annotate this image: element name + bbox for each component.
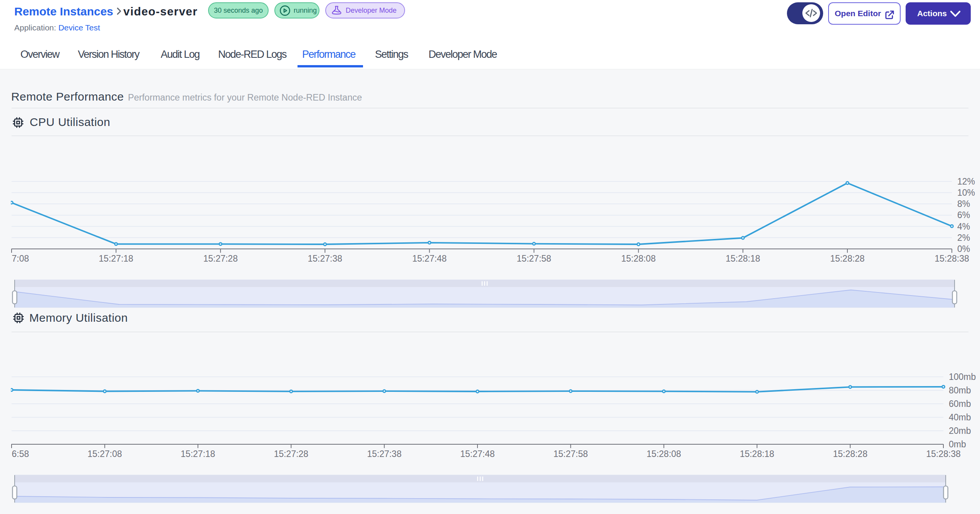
svg-text:6%: 6% [957, 210, 970, 220]
svg-text:15:27:48: 15:27:48 [460, 449, 495, 459]
svg-text:0%: 0% [957, 244, 970, 254]
svg-text:4%: 4% [957, 222, 970, 232]
svg-text:15:28:38: 15:28:38 [926, 449, 961, 459]
svg-text:15:27:38: 15:27:38 [308, 254, 343, 264]
svg-text:15:27:18: 15:27:18 [99, 254, 133, 264]
svg-text:15:27:38: 15:27:38 [367, 449, 402, 459]
svg-text:15:27:58: 15:27:58 [517, 254, 551, 264]
svg-text:100mb: 100mb [949, 372, 976, 382]
svg-text:15:28:18: 15:28:18 [726, 254, 760, 264]
svg-text:15:27:28: 15:27:28 [203, 254, 238, 264]
svg-text:15:27:08: 15:27:08 [87, 449, 122, 459]
svg-text:15:27:48: 15:27:48 [412, 254, 447, 264]
svg-text:20mb: 20mb [949, 426, 971, 436]
svg-text:40mb: 40mb [949, 412, 971, 422]
svg-text:15:28:08: 15:28:08 [621, 254, 656, 264]
svg-text:15:28:08: 15:28:08 [647, 449, 681, 459]
svg-text:2%: 2% [957, 233, 970, 243]
svg-text:15:28:38: 15:28:38 [935, 254, 969, 264]
svg-text:10%: 10% [957, 188, 975, 198]
svg-text:15:27:58: 15:27:58 [553, 449, 588, 459]
svg-text:80mb: 80mb [949, 385, 971, 395]
svg-text:15:28:28: 15:28:28 [830, 254, 865, 264]
svg-text:8%: 8% [957, 199, 970, 209]
svg-text:0mb: 0mb [949, 439, 966, 449]
svg-text:7:08: 7:08 [12, 254, 29, 264]
svg-text:12%: 12% [957, 176, 975, 186]
svg-text:6:58: 6:58 [12, 449, 29, 459]
svg-text:15:27:28: 15:27:28 [274, 449, 309, 459]
svg-text:15:28:28: 15:28:28 [833, 449, 867, 459]
svg-text:15:27:18: 15:27:18 [181, 449, 215, 459]
svg-text:60mb: 60mb [949, 399, 971, 409]
svg-text:15:28:18: 15:28:18 [740, 449, 775, 459]
